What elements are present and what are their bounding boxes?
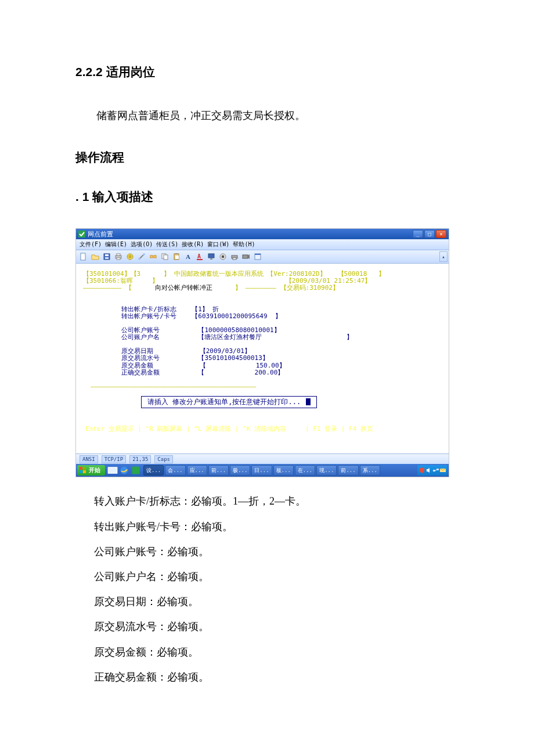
prompt-box: 请插入 修改分户账通知单,按任意键开始打印... xyxy=(141,396,317,408)
svg-rect-12 xyxy=(154,255,156,258)
taskbar-item[interactable]: 系... xyxy=(360,465,380,476)
svg-rect-33 xyxy=(80,470,82,473)
svg-rect-34 xyxy=(83,470,86,473)
tray-volume-icon xyxy=(426,467,432,473)
svg-rect-21 xyxy=(208,254,214,258)
svg-rect-22 xyxy=(210,258,212,260)
svg-rect-11 xyxy=(150,255,153,258)
f6v: 【350101004500013】 xyxy=(198,354,268,362)
system-tray[interactable] xyxy=(417,465,448,476)
ql-desktop-icon[interactable] xyxy=(107,465,118,476)
desc-line-3: 公司账户账号：必输项。 xyxy=(94,539,459,564)
maximize-button[interactable]: □ xyxy=(424,230,435,238)
menu-window[interactable]: 窗口(W) xyxy=(207,240,229,249)
svg-rect-30 xyxy=(255,254,261,255)
toolbar-copy-icon[interactable] xyxy=(160,251,170,262)
taskbar-item[interactable]: 极... xyxy=(230,465,250,476)
svg-rect-35 xyxy=(108,467,117,473)
hdr-left2: 【3501066:翁晖 xyxy=(83,277,133,285)
f2l: 转出帐户账号/卡号 xyxy=(121,312,176,320)
hr-bottom: ————————————————————————————————————————… xyxy=(91,383,256,390)
terminal-area: 【350101004】【3 】 中国邮政储蓄统一版本应用系统 【Ver:2008… xyxy=(76,264,449,453)
toolbar-open-icon[interactable] xyxy=(90,251,100,262)
taskbar: 开始 设... 会... 应... 前... 极... 日... 板... 在.… xyxy=(76,464,449,477)
taskbar-item[interactable]: 前... xyxy=(338,465,358,476)
cursor-icon xyxy=(306,398,311,405)
desc-line-2: 转出账户账号/卡号：必输项。 xyxy=(94,514,459,539)
f7l: 原交易金额 xyxy=(121,362,153,369)
toolbar-disconnect-icon[interactable] xyxy=(148,251,158,262)
taskbar-item[interactable]: 现... xyxy=(316,465,337,476)
app-icon xyxy=(78,231,85,237)
taskbar-item[interactable]: 日... xyxy=(251,465,272,476)
taskbar-item[interactable]: 在... xyxy=(295,465,315,476)
toolbar-print-icon[interactable] xyxy=(113,251,124,262)
minimize-button[interactable]: _ xyxy=(413,230,423,238)
windows-logo-icon xyxy=(80,467,86,474)
taskbar-item[interactable]: 设... xyxy=(143,465,164,476)
toolbar: A A ▴ xyxy=(76,250,449,264)
ql-app-icon[interactable] xyxy=(131,465,141,476)
toolbar-connect-icon[interactable] xyxy=(136,251,147,262)
menu-select[interactable]: 选项(O) xyxy=(131,240,153,249)
svg-rect-17 xyxy=(175,255,179,259)
menu-file[interactable]: 文件(F) xyxy=(80,240,102,249)
toolbar-window-icon[interactable] xyxy=(252,251,263,262)
hdr-tx: 】 ———————— 【交易码:310902】 xyxy=(235,284,339,291)
f4l: 公司账户户名 xyxy=(121,333,160,341)
svg-rect-37 xyxy=(132,467,140,474)
toolbar-paste-icon[interactable] xyxy=(171,251,182,262)
f8v: 【 200.00】 xyxy=(198,369,284,376)
taskbar-item[interactable]: 板... xyxy=(273,465,294,476)
hdr-sys: 】 中国邮政储蓄统一版本应用系统 【Ver:2008102D】 xyxy=(164,270,326,278)
scroll-up-icon[interactable]: ▴ xyxy=(439,251,448,262)
svg-rect-4 xyxy=(105,257,109,259)
toolbar-globe-icon[interactable] xyxy=(125,251,135,262)
f4v: 【塘沽区金灯渔村餐厅 】 xyxy=(198,333,353,341)
f8l: 正确交易金额 xyxy=(121,369,160,376)
menu-receive[interactable]: 接收(R) xyxy=(182,240,204,249)
svg-rect-6 xyxy=(117,254,120,255)
status-ansi: ANSI xyxy=(80,455,98,463)
hdr-left1: 【350101004】【3 xyxy=(83,270,140,278)
toolbar-record-icon[interactable] xyxy=(241,251,251,262)
toolbar-stop-icon[interactable] xyxy=(218,251,228,262)
ql-ie-icon[interactable] xyxy=(119,465,129,476)
start-label: 开始 xyxy=(89,466,100,474)
status-tcpip: TCP/IP xyxy=(102,455,127,463)
svg-rect-0 xyxy=(78,231,85,237)
section-heading-input-desc: . 1 输入项描述 xyxy=(75,189,459,205)
tray-msg-icon xyxy=(440,467,446,473)
f1v: 【1】 折 xyxy=(192,305,218,313)
section-heading-2-2-2: 2.2.2 适用岗位 xyxy=(75,64,459,80)
window-titlebar: 网点前置 _ □ × xyxy=(76,229,449,239)
f6l: 原交易流水号 xyxy=(121,354,160,362)
taskbar-item[interactable]: 应... xyxy=(187,465,207,476)
toolbar-monitor-icon[interactable] xyxy=(206,251,217,262)
section-paragraph: 储蓄网点普通柜员，冲正交易需支局长授权。 xyxy=(75,103,459,128)
app-screenshot: 网点前置 _ □ × 文件(F) 编辑(E) 选项(O) 传送(S) 接收(R)… xyxy=(75,228,449,477)
toolbar-printer2-icon[interactable] xyxy=(229,251,240,262)
taskbar-item[interactable]: 会... xyxy=(165,465,185,476)
start-button[interactable]: 开始 xyxy=(77,465,105,476)
toolbar-save-icon[interactable] xyxy=(102,251,112,262)
tray-network-icon xyxy=(433,467,439,473)
toolbar-new-icon[interactable] xyxy=(78,251,89,262)
svg-rect-26 xyxy=(233,258,236,260)
desc-line-5: 原交易日期：必输项。 xyxy=(94,589,459,614)
svg-rect-3 xyxy=(105,254,109,256)
menu-help[interactable]: 帮助(H) xyxy=(233,240,255,249)
desc-line-1: 转入账户卡/折标志：必输项。1—折，2—卡。 xyxy=(94,489,459,514)
svg-text:A: A xyxy=(197,253,201,260)
toolbar-font-a-icon[interactable]: A xyxy=(183,251,193,262)
menu-transfer[interactable]: 传送(S) xyxy=(156,240,178,249)
toolbar-color-icon[interactable]: A xyxy=(194,251,205,262)
f7v: 【 150.00】 xyxy=(200,362,286,369)
prompt-text: 请插入 修改分户账通知单,按任意键开始打印... xyxy=(147,398,301,406)
menu-edit[interactable]: 编辑(E) xyxy=(105,240,127,249)
taskbar-item[interactable]: 前... xyxy=(208,465,229,476)
svg-text:A: A xyxy=(186,253,190,260)
document-page: 2.2.2 适用岗位 储蓄网点普通柜员，冲正交易需支局长授权。 操作流程 . 1… xyxy=(0,0,534,736)
taskbar-items: 设... 会... 应... 前... 极... 日... 板... 在... … xyxy=(143,465,380,476)
close-button[interactable]: × xyxy=(436,230,446,238)
